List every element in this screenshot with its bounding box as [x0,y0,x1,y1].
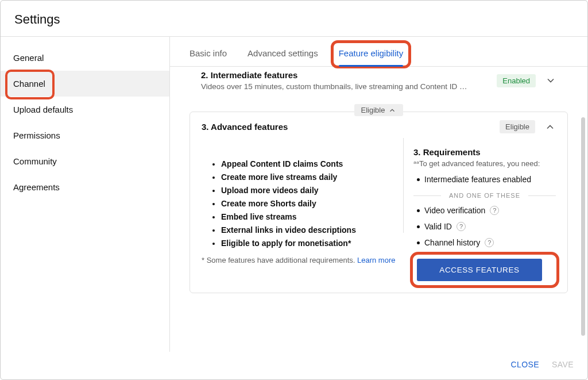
tab-basic-info[interactable]: Basic info [189,48,227,66]
footnote: * Some features have additional requirem… [202,256,407,264]
tab-feature-eligibility[interactable]: Feature eligibility [339,48,404,66]
page-title: Settings [14,12,574,27]
chevron-up-icon[interactable] [544,121,556,133]
learn-more-link[interactable]: Learn more [357,256,395,264]
card-header: 3. Advanced features Eligible [202,120,556,133]
feature-item: Appeal Content ID claims Conts [221,159,407,168]
requirement-primary: Intermediate features enabled [417,175,556,184]
settings-dialog: Settings General Channel Upload defaults… [0,0,588,380]
sidebar-item-community[interactable]: Community [1,148,169,174]
feature-item: External links in video descriptions [221,225,407,235]
eligible-pill-label: Eligible [361,106,385,114]
status-badge-enabled: Enabled [497,74,536,87]
advanced-features-list: Appeal Content ID claims Conts Create mo… [202,138,407,285]
help-icon[interactable]: ? [457,222,466,231]
requirement-option: Channel history ? [417,238,556,247]
intermediate-features-card: 2. Intermediate features Videos over 15 … [189,69,568,99]
tab-bar: Basic info Advanced settings Feature eli… [170,37,587,67]
tab-label: Feature eligibility [339,48,404,58]
advanced-features-card: Eligible 3. Advanced features Eligible [189,112,568,293]
save-button[interactable]: SAVE [552,360,574,369]
main-panel: Basic info Advanced settings Feature eli… [170,37,587,352]
footnote-text: * Some features have additional requirem… [202,256,357,264]
chevron-down-icon[interactable] [545,75,556,86]
tab-advanced-settings[interactable]: Advanced settings [247,48,318,66]
feature-item: Create more Shorts daily [221,199,407,208]
tab-content: 2. Intermediate features Videos over 15 … [170,67,587,352]
card-title: 3. Advanced features [202,122,288,132]
eligible-pill: Eligible [354,104,404,116]
feature-bullets: Appeal Content ID claims Conts Create mo… [202,159,407,248]
card-subtitle: Videos over 15 minutes, custom thumbnail… [201,82,471,91]
help-icon[interactable]: ? [485,238,494,247]
sidebar-item-label: Upload defaults [13,105,73,114]
and-one-of-these-label: AND ONE OF THESE [413,192,556,199]
tab-label: Basic info [189,48,227,58]
sidebar-item-permissions[interactable]: Permissions [1,122,169,148]
requirement-option: Valid ID ? [417,222,556,231]
feature-item: Upload more videos daily [221,186,407,195]
status-badge-eligible: Eligible [500,120,535,133]
dialog-body: General Channel Upload defaults Permissi… [1,37,587,352]
sidebar-item-label: Channel [13,79,45,89]
requirements-panel: 3. Requirements ᵃᵃTo get advanced featur… [407,138,556,285]
bullet-icon [417,178,420,181]
sidebar-item-label: General [13,53,44,63]
close-button[interactable]: CLOSE [511,360,539,369]
requirement-label: Intermediate features enabled [424,175,531,184]
access-features-highlight: ACCESS FEATURES [413,255,556,285]
settings-sidebar: General Channel Upload defaults Permissi… [1,37,170,352]
requirement-label: Channel history [424,238,480,247]
bullet-icon [417,209,420,212]
dialog-footer: CLOSE SAVE [1,352,587,379]
requirement-label: Video verification [424,206,485,215]
card-header: 2. Intermediate features Videos over 15 … [201,70,556,91]
advanced-body: Appeal Content ID claims Conts Create mo… [202,138,556,285]
access-features-button[interactable]: ACCESS FEATURES [417,259,542,281]
sidebar-item-label: Agreements [13,182,60,192]
chevron-up-icon [388,106,396,114]
feature-item: Create more live streams daily [221,172,407,182]
bullet-icon [417,241,420,244]
requirement-label: Valid ID [424,222,452,231]
sidebar-item-upload-defaults[interactable]: Upload defaults [1,97,169,122]
requirement-option: Video verification ? [417,206,556,215]
bullet-icon [417,225,420,228]
sidebar-item-general[interactable]: General [1,45,169,71]
sidebar-item-agreements[interactable]: Agreements [1,174,169,200]
feature-item: Eligible to apply for monetisation* [221,239,407,248]
requirements-title: 3. Requirements [413,147,556,157]
help-icon[interactable]: ? [490,206,499,215]
dialog-header: Settings [1,1,587,37]
card-title: 2. Intermediate features [201,70,497,80]
sidebar-item-channel[interactable]: Channel [1,71,169,97]
sidebar-item-label: Permissions [13,130,60,140]
requirements-subtitle: ᵃᵃTo get advanced features, you need: [413,159,556,168]
sidebar-item-label: Community [13,156,57,166]
feature-item: Embed live streams [221,212,407,221]
scrollbar[interactable] [581,117,585,336]
tab-label: Advanced settings [247,48,318,58]
